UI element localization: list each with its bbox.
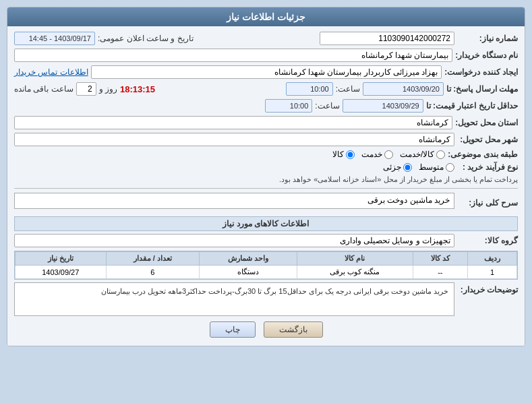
date2-value: 1403/09/29 — [343, 99, 423, 113]
saat2-label: ساعت: — [315, 101, 339, 111]
shomare-niaz-label: شماره نیاز: — [457, 34, 518, 43]
time1-value: 10:00 — [286, 82, 333, 96]
shahr-label: شهر محل تحویل: — [457, 135, 518, 144]
col-tarikh: تاریخ نیاز — [16, 252, 107, 266]
ostan-value: کرمانشاه — [14, 116, 452, 129]
radio-kala[interactable]: کالا — [332, 150, 355, 159]
date1-value: 1403/09/20 — [363, 82, 444, 96]
radio-motavvaset[interactable]: متوسط — [419, 162, 454, 172]
serp-value: خرید ماشین دوخت برقی — [14, 193, 454, 209]
hadaksar-label: حداقل تاریخ اعتبار قیمت: تا — [426, 101, 518, 111]
noe-label: نوع فرآیند خرید : — [457, 162, 518, 172]
time2-value: 10:00 — [265, 99, 312, 113]
countdown-value: 18:13:15 — [120, 84, 155, 94]
footer-buttons: بازگشت چاپ — [14, 321, 518, 338]
page-title: جزئیات اطلاعات نیاز — [227, 11, 305, 22]
shomare-niaz-value: 1103090142000272 — [320, 32, 454, 45]
radio-kala-khedmat[interactable]: کالا/خدمت — [400, 150, 445, 159]
table-row: 1--منگنه کوب برقیدستگاه61403/09/27 — [16, 266, 517, 279]
nam-dastgah-value: بیمارستان شهدا کرمانشاه — [14, 49, 452, 62]
mohlat-label: مهلت ارسال پاسخ: تا — [446, 84, 518, 94]
tabaghe-label: طبقه بندی موضوعی: — [448, 150, 518, 159]
roz-label: روز و — [99, 84, 117, 94]
ostan-label: استان محل تحویل: — [455, 118, 518, 127]
tarikh-saat-label: تاریخ و ساعت اعلان عمومی: — [98, 34, 194, 43]
kalaha-title: اطلاعات کالاهای مورد نیاز — [14, 216, 518, 231]
saat1-label: ساعت: — [336, 84, 360, 94]
col-vahed: واحد شمارش — [200, 252, 297, 266]
roz-value: 2 — [76, 82, 96, 96]
radio-jozyi[interactable]: جزئی — [383, 162, 412, 172]
tawzihat-value: خرید ماشین دوخت برقی ایرانی درجه یک برای… — [14, 282, 454, 316]
ijad-konande-label: ایجاد کننده درخواست: — [444, 67, 518, 77]
col-nam: نام کالا — [297, 252, 413, 266]
baghimande-label: ساعت باقی مانده — [14, 84, 73, 94]
ettelaat-tamas-link[interactable]: اطلاعات تماس خریدار — [14, 67, 88, 77]
group-kala-label: گروه کالا: — [457, 236, 518, 245]
radio-khedmat[interactable]: خدمت — [361, 150, 393, 159]
tawzihat-label: توضیحات خریدار: — [457, 285, 518, 294]
tarikh-saat-value: 1403/09/17 - 14:45 — [14, 32, 95, 45]
note-text: پرداخت تمام یا بخشی از مبلغ خریدار از مح… — [279, 175, 518, 184]
print-button[interactable]: چاپ — [210, 321, 256, 338]
back-button[interactable]: بازگشت — [264, 321, 323, 338]
col-radif: ردیف — [467, 252, 516, 266]
noe-radio-group: متوسط جزئی — [383, 162, 454, 172]
col-tedad: تعداد / مقدار — [106, 252, 200, 266]
shahr-value: کرمانشاه — [14, 133, 454, 146]
nam-dastgah-label: نام دستگاه خریدار: — [455, 51, 518, 60]
ijad-konande-value: بهزاد میرزائی کاربردار بیمارستان شهدا کر… — [91, 65, 442, 79]
tabaghe-radio-group: کالا/خدمت خدمت کالا — [332, 150, 445, 159]
page-header: جزئیات اطلاعات نیاز — [7, 7, 525, 26]
serp-label: سرح کلی نیاز: — [457, 198, 518, 208]
col-kod: کد کالا — [413, 252, 467, 266]
group-kala-value: تجهیزات و وسایل تحصیلی واداری — [14, 234, 454, 247]
kala-table: ردیف کد کالا نام کالا واحد شمارش تعداد /… — [14, 251, 518, 280]
